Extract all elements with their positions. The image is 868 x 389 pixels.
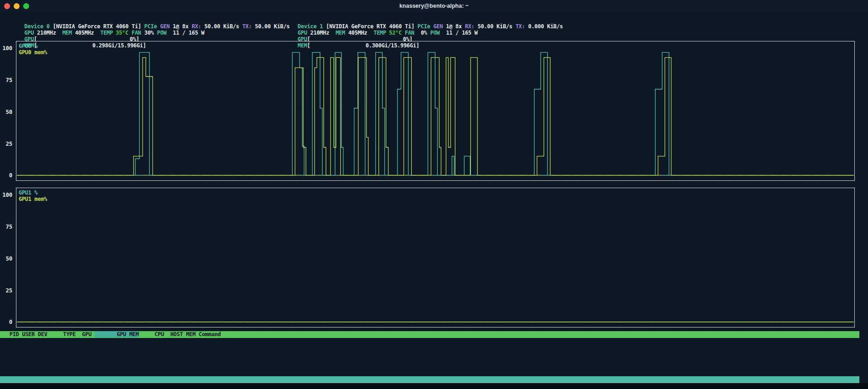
gpu0-y-axis: 100 75 50 25 0 (0, 41, 13, 181)
fan-value: 30% (141, 30, 154, 36)
process-table-header: PID USER DEV TYPE GPU GPU MEM CPU HOST M… (0, 331, 859, 338)
gen-value: 1@ 8x (446, 23, 462, 30)
gen-label: GEN (160, 23, 170, 30)
window-titlebar: knassery@bento-alpha: ~ (0, 0, 868, 12)
gpu1-history-plot (16, 188, 854, 327)
rx-label: RX: (192, 23, 201, 30)
tx-label: TX: (516, 23, 525, 30)
device-1-info: Device 1[NVIDIA GeForce RTX 4060 Ti]PCIe… (279, 17, 551, 36)
y-axis-tick: 25 (6, 287, 12, 294)
gpu-clock-label: GPU (298, 30, 307, 36)
mem-clock-value: 405MHz (75, 30, 94, 36)
temp-label: TEMP (100, 30, 113, 36)
pow-value: 11 / 165 W (173, 30, 204, 36)
gpu-clock-value: 210MHz (37, 30, 56, 36)
y-axis-tick: 75 (6, 224, 12, 230)
gpu0-history-plot (16, 41, 854, 180)
y-axis-tick: 50 (6, 109, 12, 115)
device-0-info: Device 0[NVIDIA GeForce RTX 4060 Ti]PCIe… (5, 17, 278, 36)
y-axis-tick: 25 (6, 141, 12, 147)
device-model: [NVIDIA GeForce RTX 4060 Ti] (53, 23, 141, 30)
gpu0-legend: GPU0 % GPU0 mem% (19, 43, 47, 56)
pcie-label: PCIe (418, 23, 430, 30)
temp-value: 52°C (386, 30, 402, 36)
y-axis-tick: 100 (2, 192, 12, 198)
process-header-left: PID USER DEV TYPE GPU (0, 331, 95, 338)
bottom-margin (0, 383, 868, 389)
process-header-right: CPU HOST MEM Command (139, 331, 221, 338)
gen-value: 1@ 8x (173, 23, 189, 30)
legend-gpu-util: GPU0 % (19, 43, 47, 49)
device-1-line-1: Device 1[NVIDIA GeForce RTX 4060 Ti]PCIe… (279, 17, 551, 23)
temp-value: 35°C (113, 30, 128, 36)
legend-gpu-util: GPU1 % (19, 189, 47, 196)
fan-label: FAN (405, 30, 414, 36)
fan-value: 0% (414, 30, 427, 36)
gpu1-plot-area: GPU1 % GPU1 mem% (16, 188, 855, 328)
mem-clock-value: 405MHz (348, 30, 368, 36)
legend-gpu-mem: GPU0 mem% (19, 49, 47, 56)
y-axis-tick: 50 (6, 256, 12, 262)
gpu-clock-label: GPU (25, 30, 34, 36)
rx-value: 50.00 KiB/s (478, 23, 512, 30)
window-title: knassery@bento-alpha: ~ (0, 3, 868, 9)
mem-clock-label: MEM (62, 30, 72, 36)
rx-label: RX: (465, 23, 475, 30)
gpu-clock-value: 210MHz (310, 30, 329, 36)
gpu0-plot-area: GPU0 % GPU0 mem% (16, 41, 855, 181)
mem-clock-label: MEM (336, 30, 345, 36)
pcie-label: PCIe (144, 23, 157, 30)
device-model: [NVIDIA GeForce RTX 4060 Ti] (326, 23, 414, 30)
legend-gpu-mem: GPU1 mem% (19, 196, 47, 202)
pow-label: POW (157, 30, 167, 36)
function-key-bar: F2SetupF6SortF9KillF10QuitF12Save Config (0, 376, 859, 383)
process-header-sort-column: GPU MEM (95, 331, 139, 338)
fan-label: FAN (132, 30, 141, 36)
pow-value: 11 / 165 W (446, 30, 478, 36)
gpu1-y-axis: 100 75 50 25 0 (0, 188, 13, 328)
y-axis-tick: 100 (2, 45, 12, 51)
rx-value: 50.00 KiB/s (204, 23, 239, 30)
device-0-line-1: Device 0[NVIDIA GeForce RTX 4060 Ti]PCIe… (5, 17, 278, 23)
y-axis-tick: 75 (6, 77, 12, 83)
y-axis-tick: 0 (9, 172, 12, 179)
device-label: Device 0 (25, 23, 50, 30)
gpu1-legend: GPU1 % GPU1 mem% (19, 189, 47, 202)
gen-label: GEN (434, 23, 443, 30)
gpu0-history-chart: 100 75 50 25 0 GPU0 % GPU0 mem% (0, 41, 868, 181)
y-axis-tick: 0 (9, 319, 12, 325)
tx-label: TX: (242, 23, 252, 30)
gpu1-history-chart: 100 75 50 25 0 GPU1 % GPU1 mem% (0, 188, 868, 328)
tx-value: 0.000 KiB/s (528, 23, 563, 30)
device-label: Device 1 (298, 23, 323, 30)
pow-label: POW (430, 30, 440, 36)
temp-label: TEMP (373, 30, 386, 36)
